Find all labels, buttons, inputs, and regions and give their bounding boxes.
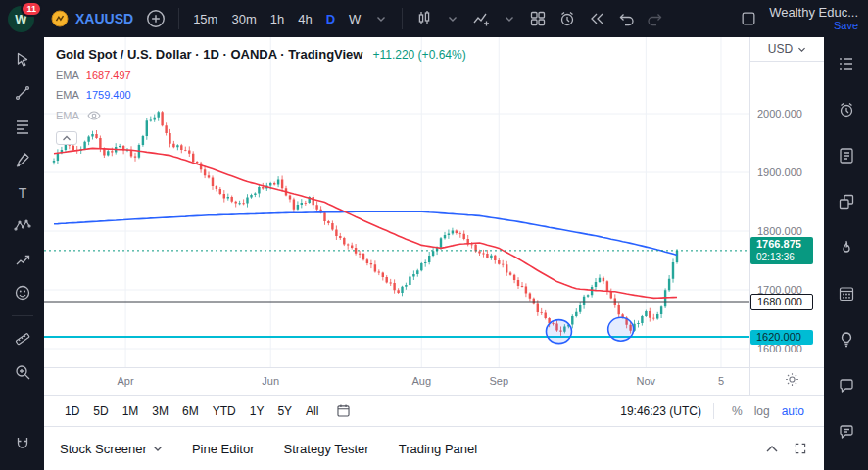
- price-change: +11.220 (+0.64%): [372, 48, 465, 62]
- indicator-label[interactable]: EMA: [56, 110, 79, 121]
- calendar-button[interactable]: [830, 279, 863, 308]
- object-tree-icon: [837, 192, 856, 212]
- watchlist-button[interactable]: [830, 49, 863, 78]
- zoom-tool-button[interactable]: [6, 357, 39, 387]
- object-tree-button[interactable]: [830, 187, 863, 216]
- interval-menu-button[interactable]: [368, 5, 394, 32]
- layout-name-menu[interactable]: Wealthy Educ... Save: [769, 6, 860, 32]
- layout-grid-button[interactable]: [524, 5, 552, 32]
- range-ytd-button[interactable]: YTD: [206, 401, 243, 421]
- log-scale-button[interactable]: log: [748, 401, 776, 421]
- range-5y-button[interactable]: 5Y: [270, 401, 299, 421]
- layout-name[interactable]: Wealthy Educ...: [769, 6, 858, 19]
- interval-15m-button[interactable]: 15m: [187, 6, 223, 31]
- tab-stock-screener[interactable]: Stock Screener: [60, 442, 163, 456]
- chevron-down-icon: [505, 15, 514, 23]
- ideas-button[interactable]: [830, 325, 863, 354]
- tab-strategy-tester[interactable]: Strategy Tester: [283, 442, 368, 456]
- cursor-tool-button[interactable]: [6, 45, 39, 74]
- flame-icon: [837, 238, 856, 258]
- measure-tool-button[interactable]: [6, 324, 39, 353]
- tab-label: Pine Editor: [192, 442, 255, 456]
- indicator-label[interactable]: EMA: [56, 70, 79, 81]
- redo-button[interactable]: [642, 5, 669, 32]
- tab-pine-editor[interactable]: Pine Editor: [192, 442, 255, 456]
- interval-1w-button[interactable]: W: [343, 6, 366, 31]
- last-price-badge: 1766.875 02:13:36: [750, 237, 813, 264]
- public-chats-button[interactable]: [830, 417, 863, 446]
- brush-icon: [13, 150, 32, 169]
- fib-retracement-tool-button[interactable]: [6, 112, 39, 141]
- cursor-icon: [13, 50, 32, 70]
- interval-1d-button[interactable]: D: [320, 6, 341, 31]
- eye-visibility-icon[interactable]: [86, 109, 102, 122]
- interval-4h-button[interactable]: 4h: [292, 6, 317, 31]
- redo-arrow-icon: [646, 9, 665, 28]
- indicator-row-ema-fast[interactable]: EMA 1687.497: [56, 70, 466, 81]
- private-chat-button[interactable]: [830, 371, 863, 400]
- chat-lines-icon: [837, 422, 856, 442]
- indicator-row-ema-slow[interactable]: EMA 1759.400: [56, 89, 466, 101]
- indicators-button[interactable]: [467, 5, 495, 32]
- symbol-search-button[interactable]: XAUUSD: [44, 5, 139, 32]
- time-axis[interactable]: Apr Jun Aug Sep Nov 5: [44, 367, 824, 395]
- range-all-button[interactable]: All: [299, 401, 325, 421]
- range-6m-button[interactable]: 6M: [175, 401, 206, 421]
- chat-bubble-icon: [837, 376, 856, 396]
- chart-style-button[interactable]: [410, 5, 438, 32]
- hotlists-button[interactable]: [830, 233, 863, 262]
- symbol-title[interactable]: Gold Spot / U.S. Dollar · 1D · OANDA · T…: [56, 47, 362, 62]
- indicator-row-ema-hidden[interactable]: EMA: [56, 109, 466, 122]
- tradingview-app: W 11 XAUUSD 15m 30m 1h 4h D W: [0, 0, 868, 470]
- pattern-tool-button[interactable]: [6, 212, 39, 241]
- tab-trading-panel[interactable]: Trading Panel: [399, 442, 477, 456]
- magnet-mode-button[interactable]: [6, 429, 39, 458]
- emoji-tool-button[interactable]: [6, 278, 39, 307]
- chart-canvas[interactable]: Gold Spot / U.S. Dollar · 1D · OANDA · T…: [44, 37, 749, 367]
- news-button[interactable]: [830, 141, 863, 170]
- time-axis-label: Sep: [489, 375, 508, 387]
- text-tool-button[interactable]: T: [6, 178, 39, 208]
- indicators-menu-button[interactable]: [497, 5, 522, 32]
- trend-line-tool-button[interactable]: [6, 78, 39, 108]
- top-toolbar: W 11 XAUUSD 15m 30m 1h 4h D W: [0, 0, 868, 37]
- legend-collapse-button[interactable]: [56, 131, 77, 145]
- alert-button[interactable]: [554, 5, 581, 32]
- compare-add-symbol-button[interactable]: [141, 5, 170, 32]
- range-1d-button[interactable]: 1D: [58, 401, 86, 421]
- text-icon: T: [13, 183, 32, 203]
- chart-settings-button[interactable]: [784, 371, 800, 388]
- undo-button[interactable]: [612, 5, 640, 32]
- panel-fullscreen-button[interactable]: [793, 441, 808, 456]
- currency-selector[interactable]: USD: [750, 37, 824, 62]
- interval-1h-button[interactable]: 1h: [265, 6, 290, 31]
- chart-style-menu-button[interactable]: [440, 5, 465, 32]
- save-layout-button[interactable]: [736, 5, 761, 32]
- prediction-tool-button[interactable]: [6, 245, 39, 274]
- bar-replay-button[interactable]: [583, 5, 610, 32]
- range-3m-button[interactable]: 3M: [145, 401, 175, 421]
- range-1y-button[interactable]: 1Y: [243, 401, 271, 421]
- undo-arrow-icon: [616, 9, 636, 28]
- alerts-panel-button[interactable]: [830, 95, 863, 124]
- utc-clock[interactable]: 19:46:23 (UTC): [620, 404, 701, 418]
- price-axis[interactable]: USD 2000.000 1900.000 1800.000 1700.000 …: [749, 37, 824, 367]
- time-axis-label: 5: [718, 375, 724, 387]
- app-logo[interactable]: W 11: [8, 6, 34, 32]
- news-icon: [837, 146, 856, 165]
- brush-tool-button[interactable]: [6, 145, 39, 174]
- chevron-down-icon: [153, 445, 163, 452]
- interval-30m-button[interactable]: 30m: [225, 6, 262, 31]
- notification-badge[interactable]: 11: [21, 1, 42, 17]
- go-to-date-button[interactable]: [335, 402, 352, 419]
- auto-scale-button[interactable]: auto: [776, 401, 810, 421]
- xabcd-pattern-icon: [13, 216, 32, 236]
- magnifier-plus-icon: [13, 362, 32, 382]
- range-5d-button[interactable]: 5D: [86, 401, 115, 421]
- alarm-clock-icon: [557, 9, 577, 28]
- percent-scale-button[interactable]: %: [726, 401, 748, 421]
- range-1m-button[interactable]: 1M: [116, 401, 146, 421]
- panel-expand-button[interactable]: [765, 445, 779, 453]
- save-link[interactable]: Save: [834, 20, 858, 32]
- indicator-label[interactable]: EMA: [56, 89, 79, 101]
